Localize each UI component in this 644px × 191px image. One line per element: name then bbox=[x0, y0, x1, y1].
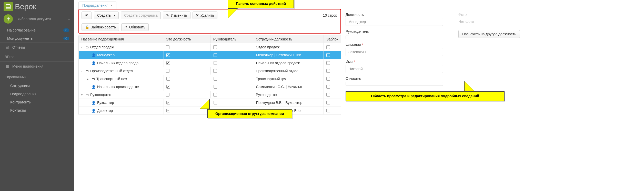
sidebar-item-departments[interactable]: Подразделения bbox=[0, 90, 74, 98]
sidebar-item-contacts[interactable]: Контакты bbox=[0, 106, 74, 114]
main: Панель основных действий Подразделения ×… bbox=[74, 0, 644, 191]
caret-down-icon[interactable]: ▾ bbox=[81, 70, 84, 72]
sidebar-item-bproc[interactable]: BProc bbox=[0, 52, 74, 61]
manager-checkbox[interactable] bbox=[214, 61, 217, 65]
col-isposition[interactable]: Это должность bbox=[163, 35, 210, 43]
folder-icon: 🗀 bbox=[85, 69, 89, 73]
blocked-checkbox[interactable] bbox=[326, 45, 330, 49]
manager-checkbox[interactable] bbox=[346, 36, 349, 39]
col-blocked[interactable]: Заблок bbox=[324, 35, 341, 43]
col-manager[interactable]: Руководитель bbox=[211, 35, 253, 43]
toolbar: 👁 Создать Создать сотрудника ✎Изменить ✖… bbox=[78, 9, 341, 34]
departments-table: Название подразделения Это должность Рук… bbox=[78, 35, 341, 115]
is-position-checkbox[interactable] bbox=[166, 69, 169, 73]
create-employee-button: Создать сотрудника bbox=[121, 12, 161, 19]
blocked-checkbox[interactable] bbox=[326, 61, 330, 65]
lock-icon: 🔒 bbox=[85, 25, 89, 29]
chevron-down-icon: ⌄ bbox=[67, 17, 70, 21]
is-position-checkbox[interactable] bbox=[166, 45, 169, 49]
manager-checkbox[interactable] bbox=[214, 85, 217, 89]
employee-position-cell: Руководство bbox=[253, 91, 324, 99]
tabbar: Подразделения × bbox=[78, 2, 642, 9]
manager-checkbox[interactable] bbox=[214, 101, 217, 104]
row-name: Начальник производстве bbox=[97, 85, 139, 89]
close-icon[interactable]: × bbox=[110, 3, 113, 7]
table-row[interactable]: ▾🗀РуководствоРуководство bbox=[79, 91, 341, 99]
employee-position-cell: Самоделкин С.С. | Начальн bbox=[253, 83, 324, 91]
caret-down-icon[interactable]: ▾ bbox=[81, 93, 84, 96]
row-name: Менеджер bbox=[97, 53, 115, 57]
add-document-row[interactable]: + Выбор типа докумен… ⌄ bbox=[0, 13, 74, 26]
delete-button[interactable]: ✖Удалить bbox=[193, 12, 217, 19]
position-input[interactable]: Менеджер bbox=[346, 18, 443, 26]
x-icon: ✖ bbox=[196, 13, 199, 17]
blocked-checkbox[interactable] bbox=[326, 93, 330, 97]
caret-down-icon[interactable]: ▾ bbox=[81, 46, 84, 49]
manager-checkbox[interactable] bbox=[213, 93, 217, 97]
is-position-checkbox[interactable] bbox=[166, 93, 169, 97]
col-employee-position[interactable]: Сотрудник-должность bbox=[253, 35, 324, 43]
is-position-checkbox[interactable] bbox=[166, 77, 170, 81]
sidebar-item-appmenu[interactable]: ▦ Меню приложения bbox=[0, 61, 74, 71]
caret-right-icon[interactable]: ▸ bbox=[87, 78, 90, 80]
table-row[interactable]: ▾🗀Отдел продажОтдел продаж bbox=[79, 43, 341, 51]
photo-value: Нет фото bbox=[458, 18, 520, 25]
block-button[interactable]: 🔒Заблокировать bbox=[82, 23, 119, 31]
employee-position-cell: Премудрая В.В. | Бухгалтер bbox=[253, 99, 324, 107]
callout-details: Область просмотра и редактирования подро… bbox=[346, 91, 505, 101]
manager-checkbox[interactable] bbox=[214, 77, 217, 81]
badge: 0 bbox=[63, 28, 69, 32]
sidebar-item-mydocs[interactable]: Мои документы 0 bbox=[0, 34, 74, 43]
table-row[interactable]: 👤Начальник отдела продаНачальник отдела … bbox=[79, 59, 341, 67]
table-row[interactable]: ▸🗀Транспортный цехТранспортный цех bbox=[79, 75, 341, 83]
user-icon: 👤 bbox=[92, 53, 96, 57]
table-row[interactable]: 👤БухгалтерПремудрая В.В. | Бухгалтер bbox=[79, 99, 341, 107]
create-button[interactable]: Создать bbox=[94, 12, 119, 19]
is-position-checkbox[interactable] bbox=[166, 61, 170, 65]
sidebar-item-approval[interactable]: На согласование 0 bbox=[0, 26, 74, 34]
middlename-input[interactable] bbox=[346, 82, 443, 86]
employee-position-cell: Производственный отдел bbox=[253, 67, 324, 75]
view-button[interactable]: 👁 bbox=[82, 12, 92, 19]
sidebar-section-refs[interactable]: Справочники bbox=[0, 71, 74, 82]
sidebar: Верок + Выбор типа докумен… ⌄ На согласо… bbox=[0, 0, 74, 191]
callout-toolbar: Панель основных действий bbox=[228, 0, 294, 8]
row-name: Начальник отдела прода bbox=[97, 61, 138, 65]
manager-checkbox[interactable] bbox=[214, 53, 217, 57]
table-row[interactable]: 👤Начальник производствеСамоделкин С.С. |… bbox=[79, 83, 341, 91]
sidebar-item-employees[interactable]: Сотрудники bbox=[0, 82, 74, 90]
firstname-input[interactable]: Николай bbox=[346, 65, 443, 73]
manager-checkbox[interactable] bbox=[213, 69, 217, 73]
manager-checkbox[interactable] bbox=[213, 45, 217, 49]
edit-button[interactable]: ✎Изменить bbox=[163, 12, 190, 19]
refresh-button[interactable]: ⟳Обновить bbox=[121, 23, 149, 31]
assign-position-button[interactable]: Назначить на другую должность bbox=[458, 30, 520, 38]
table-header: Название подразделения Это должность Рук… bbox=[79, 35, 341, 43]
blocked-checkbox[interactable] bbox=[326, 85, 330, 89]
table-row[interactable]: 👤МенеджерМенеджер | Затевахин Ник bbox=[79, 51, 341, 59]
is-position-checkbox[interactable] bbox=[166, 53, 170, 57]
photo-label: Фото bbox=[458, 13, 520, 17]
user-icon: 👤 bbox=[92, 61, 96, 65]
position-label: Должность bbox=[346, 13, 443, 17]
col-name[interactable]: Название подразделения bbox=[79, 35, 163, 43]
employee-position-cell: Начальник отдела продаж bbox=[253, 59, 324, 67]
is-position-checkbox[interactable] bbox=[166, 109, 170, 112]
is-position-checkbox[interactable] bbox=[166, 85, 170, 89]
blocked-checkbox[interactable] bbox=[326, 53, 330, 57]
blocked-checkbox[interactable] bbox=[326, 77, 330, 81]
blocked-checkbox[interactable] bbox=[326, 109, 330, 112]
logo: Верок bbox=[0, 0, 74, 13]
lastname-input[interactable]: Затевахин bbox=[346, 48, 443, 56]
user-icon: 👤 bbox=[92, 101, 96, 105]
blocked-checkbox[interactable] bbox=[326, 69, 330, 73]
tab-departments[interactable]: Подразделения × bbox=[78, 2, 116, 9]
blocked-checkbox[interactable] bbox=[326, 101, 330, 104]
table-row[interactable]: ▾🗀Производственный отделПроизводственный… bbox=[79, 67, 341, 75]
grid-icon: ▦ bbox=[5, 64, 10, 68]
sidebar-item-contractors[interactable]: Контрагенты bbox=[0, 98, 74, 106]
sidebar-item-reports[interactable]: ılıl Отчёты bbox=[0, 43, 74, 52]
row-name: Транспортный цех bbox=[96, 77, 127, 81]
add-document-button[interactable]: + bbox=[4, 14, 13, 24]
is-position-checkbox[interactable] bbox=[166, 101, 170, 104]
